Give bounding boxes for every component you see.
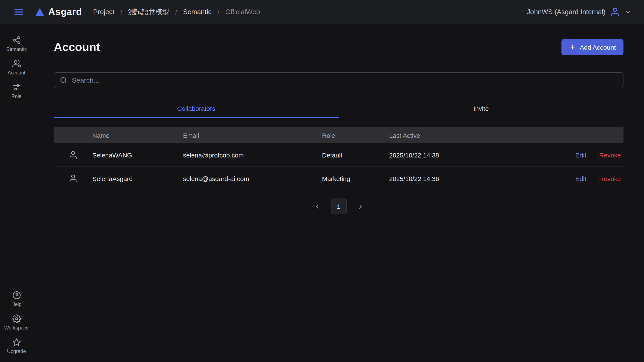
sidebar-item-help[interactable]: Help xyxy=(0,287,33,311)
user-menu[interactable]: JohnWS (Asgard Internal) xyxy=(527,7,632,17)
tab-bar: Collaborators Invite xyxy=(54,101,624,118)
edit-link[interactable]: Edit xyxy=(575,175,586,182)
cell-role: Marketing xyxy=(322,175,389,182)
accounts-table: Name Email Role Last Active SelenaWANG s… xyxy=(54,127,624,190)
sliders-icon xyxy=(12,83,21,92)
user-avatar-icon xyxy=(54,150,92,160)
header-email: Email xyxy=(183,132,322,139)
breadcrumb-separator: / xyxy=(175,8,177,16)
search-input[interactable] xyxy=(72,76,618,84)
users-icon xyxy=(12,60,21,68)
breadcrumb-project[interactable]: Project xyxy=(93,8,114,16)
share-network-icon xyxy=(12,36,21,45)
pagination: 1 xyxy=(54,199,624,214)
cell-last-active: 2025/10/22 14:38 xyxy=(389,151,551,159)
sidebar-item-label: Semantic xyxy=(6,47,27,52)
header-name: Name xyxy=(92,132,183,139)
sidebar-item-label: Role xyxy=(11,94,22,99)
chevron-right-icon[interactable] xyxy=(356,202,364,211)
app-window: Asgard Project / 測試語意模型 / Semantic / Off… xyxy=(0,0,644,362)
sidebar-item-semantic[interactable]: Semantic xyxy=(0,32,33,56)
breadcrumb-separator: / xyxy=(120,8,122,16)
star-icon xyxy=(12,338,21,346)
tab-invite[interactable]: Invite xyxy=(339,101,624,118)
top-bar: Asgard Project / 測試語意模型 / Semantic / Off… xyxy=(0,0,644,24)
page-title: Account xyxy=(54,41,100,54)
cell-role: Default xyxy=(322,151,389,159)
search-bar xyxy=(54,72,624,88)
sidebar-item-role[interactable]: Role xyxy=(0,79,33,103)
header-last-active: Last Active xyxy=(389,132,551,139)
cell-name: SelenaWANG xyxy=(92,151,183,159)
main-content: Account Add Account xyxy=(33,24,644,362)
breadcrumb: Project / 測試語意模型 / Semantic / OfficialWe… xyxy=(93,8,260,17)
breadcrumb-separator: / xyxy=(218,8,219,16)
brand-name: Asgard xyxy=(48,7,82,18)
brand-logo[interactable]: Asgard xyxy=(35,7,82,18)
sidebar-item-label: Account xyxy=(8,70,25,75)
revoke-link[interactable]: Revoke xyxy=(599,175,621,182)
sidebar-bottom: Help Workspace xyxy=(0,287,33,358)
table-row: SelenaAsgard selena@asgard-ai.com Market… xyxy=(54,167,624,190)
cell-email: selena@asgard-ai.com xyxy=(183,175,322,182)
user-avatar-icon xyxy=(610,7,620,17)
edit-link[interactable]: Edit xyxy=(575,151,586,159)
page-number[interactable]: 1 xyxy=(331,199,346,214)
help-circle-icon xyxy=(12,291,21,299)
sidebar-item-label: Help xyxy=(11,302,22,307)
chevron-left-icon[interactable] xyxy=(313,202,321,211)
user-avatar-icon xyxy=(54,174,92,183)
header-role: Role xyxy=(322,132,389,139)
add-account-button[interactable]: Add Account xyxy=(562,39,624,55)
user-name: JohnWS (Asgard Internal) xyxy=(527,8,606,16)
sidebar-item-workspace[interactable]: Workspace xyxy=(0,311,33,334)
table-header-row: Name Email Role Last Active xyxy=(54,127,624,143)
cell-name: SelenaAsgard xyxy=(92,175,183,182)
cell-last-active: 2025/10/22 14:36 xyxy=(389,175,551,182)
sidebar-item-account[interactable]: Account xyxy=(0,56,33,79)
tab-collaborators[interactable]: Collaborators xyxy=(54,101,339,118)
plus-icon xyxy=(569,44,576,51)
search-icon xyxy=(60,77,67,84)
gear-icon xyxy=(12,314,21,323)
breadcrumb-officialweb: OfficialWeb xyxy=(225,8,260,16)
chevron-down-icon[interactable] xyxy=(624,8,632,16)
sidebar-item-label: Upgrade xyxy=(7,349,26,354)
cell-email: selena@profcoo.com xyxy=(183,151,322,159)
asgard-triangle-icon xyxy=(35,8,44,16)
revoke-link[interactable]: Revoke xyxy=(599,151,621,159)
sidebar-item-upgrade[interactable]: Upgrade xyxy=(0,334,33,358)
sidebar: Semantic Account Role xyxy=(0,24,33,362)
breadcrumb-model[interactable]: 測試語意模型 xyxy=(128,8,169,17)
add-account-label: Add Account xyxy=(580,44,616,51)
menu-icon[interactable] xyxy=(12,5,26,19)
breadcrumb-semantic[interactable]: Semantic xyxy=(183,8,212,16)
table-row: SelenaWANG selena@profcoo.com Default 20… xyxy=(54,143,624,167)
sidebar-item-label: Workspace xyxy=(4,325,29,330)
